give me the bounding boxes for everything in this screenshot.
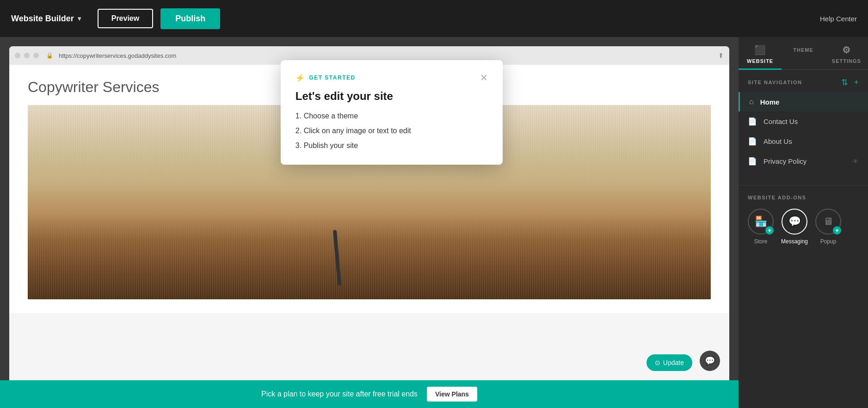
page-icon-contact: 📄 (748, 117, 757, 126)
browser-dot-2 (24, 53, 30, 58)
canvas-area: 🔒 https://copywriterservices.godaddysite… (0, 37, 739, 408)
share-icon: ⬆ (718, 52, 724, 59)
close-icon[interactable]: ✕ (480, 73, 488, 82)
modal-header: ⚡ GET STARTED ✕ (295, 73, 488, 82)
nav-item-about-label: About Us (763, 137, 792, 145)
addon-popup-icon-wrap: 🖥 + (815, 209, 841, 235)
add-ons-label: WEBSITE ADD-ONS (748, 195, 806, 200)
browser-dot-3 (33, 53, 39, 58)
page-icon-about: 📄 (748, 137, 757, 146)
section-actions: ⇅ + (841, 77, 859, 87)
nav-item-about[interactable]: 📄 About Us (739, 131, 868, 151)
chat-icon: 💬 (705, 356, 715, 366)
addon-store-icon-wrap: 🏪 + (748, 209, 774, 235)
nav-items-list: ⌂ Home 📄 Contact Us 📄 About Us 📄 Privacy… (739, 92, 868, 180)
bottom-banner: Pick a plan to keep your site after free… (0, 380, 739, 408)
modal-step-1: 1. Choose a theme (295, 112, 488, 120)
tab-theme-label: THEME (793, 47, 813, 53)
modal-step-3: 3. Publish your site (295, 142, 488, 150)
popup-icon: 🖥 (823, 216, 833, 228)
tab-website[interactable]: ⬛ WEBSITE (739, 37, 782, 69)
site-navigation-label: SITE NAVIGATION (748, 80, 802, 85)
update-icon: ⊙ (655, 359, 660, 366)
nav-item-contact-label: Contact Us (763, 117, 798, 125)
addon-popup-plus: + (833, 226, 841, 235)
modal-title: Let's edit your site (295, 90, 488, 103)
reorder-icon[interactable]: ⇅ (841, 77, 848, 87)
page-icon-privacy: 📄 (748, 157, 757, 166)
addon-popup[interactable]: 🖥 + Popup (815, 209, 841, 245)
nav-item-contact[interactable]: 📄 Contact Us (739, 111, 868, 131)
modal-tag-text: GET STARTED (309, 74, 355, 81)
update-label: Update (663, 359, 684, 366)
addon-popup-label: Popup (820, 238, 837, 245)
bolt-icon: ⚡ (295, 74, 306, 82)
brand-logo[interactable]: Website Builder ▾ (11, 14, 81, 24)
update-button[interactable]: ⊙ Update (646, 354, 692, 371)
add-nav-item-button[interactable]: + (854, 78, 859, 87)
top-bar: Website Builder ▾ Preview Publish Help C… (0, 0, 868, 37)
tab-website-label: WEBSITE (747, 58, 773, 64)
addon-messaging-label: Messaging (781, 238, 808, 245)
url-bar: https://copywriterservices.godaddysites.… (59, 52, 714, 59)
addon-store-label: Store (754, 238, 768, 245)
modal-tag: ⚡ GET STARTED (295, 74, 356, 82)
site-navigation-header: SITE NAVIGATION ⇅ + (739, 70, 868, 92)
add-ons-grid: 🏪 + Store 💬 Messaging 🖥 + Po (748, 201, 859, 252)
modal-step-2: 2. Click on any image or text to edit (295, 127, 488, 135)
brand-name: Website Builder (11, 14, 74, 24)
panel-tabs: ⬛ WEBSITE THEME ⚙ SETTINGS (739, 37, 868, 70)
browser-dot-1 (15, 53, 20, 58)
publish-button[interactable]: Publish (160, 8, 220, 29)
right-panel: ⬛ WEBSITE THEME ⚙ SETTINGS SITE NAVIGATI… (739, 37, 868, 408)
view-plans-button[interactable]: View Plans (427, 387, 477, 402)
main-layout: 🔒 https://copywriterservices.godaddysite… (0, 37, 868, 408)
gear-icon: ⚙ (842, 44, 851, 56)
addon-messaging-icon-wrap: 💬 (782, 209, 807, 235)
addon-messaging[interactable]: 💬 Messaging (781, 209, 808, 245)
help-center-link[interactable]: Help Center (820, 15, 857, 23)
add-ons-section: WEBSITE ADD-ONS 🏪 + Store 💬 Messaging (739, 185, 868, 252)
chevron-down-icon: ▾ (78, 15, 81, 22)
chat-button[interactable]: 💬 (700, 351, 720, 371)
preview-button[interactable]: Preview (98, 9, 153, 28)
banner-text: Pick a plan to keep your site after free… (261, 390, 418, 398)
nav-item-privacy-label: Privacy Policy (763, 157, 806, 165)
addon-store[interactable]: 🏪 + Store (748, 209, 774, 245)
tab-settings[interactable]: ⚙ SETTINGS (825, 37, 868, 69)
get-started-modal: ⚡ GET STARTED ✕ Let's edit your site 1. … (281, 60, 503, 165)
website-icon: ⬛ (754, 44, 766, 56)
nav-item-home[interactable]: ⌂ Home (739, 92, 868, 111)
home-icon: ⌂ (749, 98, 754, 106)
lock-icon: 🔒 (46, 52, 53, 59)
nav-item-home-label: Home (760, 98, 780, 106)
tab-theme[interactable]: THEME (782, 37, 825, 69)
messaging-icon: 💬 (788, 216, 801, 228)
nav-item-privacy[interactable]: 📄 Privacy Policy 👁 (739, 151, 868, 171)
store-icon: 🏪 (755, 216, 767, 228)
modal-steps-list: 1. Choose a theme 2. Click on any image … (295, 112, 488, 150)
addon-store-plus: + (765, 226, 774, 235)
tab-settings-label: SETTINGS (832, 58, 861, 64)
visibility-hidden-icon: 👁 (852, 158, 859, 165)
